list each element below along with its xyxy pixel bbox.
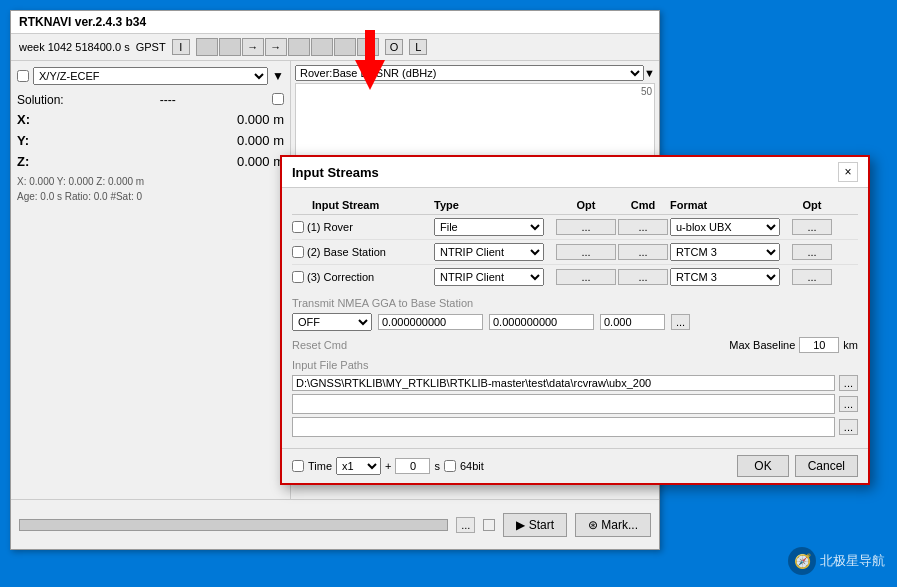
correction-type-select[interactable]: NTRIP Client xyxy=(434,268,544,286)
base-type-select[interactable]: NTRIP Client xyxy=(434,243,544,261)
filepath-input-3[interactable] xyxy=(292,417,835,437)
watermark-icon: 🧭 xyxy=(788,547,816,575)
col-header-input-stream: Input Stream xyxy=(292,199,432,211)
stream-buttons: → → xyxy=(196,38,379,56)
correction-format-select[interactable]: RTCM 3 xyxy=(670,268,780,286)
stream-btn-1[interactable] xyxy=(196,38,218,56)
rover-label-cell: (1) Rover xyxy=(292,221,432,233)
coord-dropdown-row: X/Y/Z-ECEF ▼ xyxy=(17,67,284,85)
rover-type-select[interactable]: File xyxy=(434,218,544,236)
nmea-select[interactable]: OFF xyxy=(292,313,372,331)
rover-format-select[interactable]: u-blox UBX xyxy=(670,218,780,236)
graph-header: Rover:Base L5 SNR (dBHz) ▼ xyxy=(295,65,655,81)
base-opt-btn[interactable]: ... xyxy=(556,244,616,260)
correction-opt-btn[interactable]: ... xyxy=(556,269,616,285)
start-button[interactable]: ▶ Start xyxy=(503,513,567,537)
base-opt2-btn[interactable]: ... xyxy=(792,244,832,260)
z-value: 0.000 m xyxy=(237,154,284,169)
nmea-alt-input[interactable] xyxy=(600,314,665,330)
i-button[interactable]: I xyxy=(172,39,190,55)
time-offset-input[interactable] xyxy=(395,458,430,474)
filepath-input-1[interactable] xyxy=(292,375,835,391)
age-info: Age: 0.0 s Ratio: 0.0 #Sat: 0 xyxy=(17,191,284,202)
max-baseline-input[interactable] xyxy=(799,337,839,353)
rtknavi-toolbar: week 1042 518400.0 s GPST I → → O L xyxy=(11,34,659,61)
empty-filepath-row-3: ... xyxy=(292,417,858,437)
max-baseline-label: Max Baseline xyxy=(729,339,795,351)
x-row: X: 0.000 m xyxy=(17,109,284,130)
solution-checkbox[interactable] xyxy=(272,93,284,105)
rover-checkbox[interactable] xyxy=(292,221,304,233)
empty-filepath-row-2: ... xyxy=(292,394,858,414)
graph-title-select[interactable]: Rover:Base L5 SNR (dBHz) xyxy=(295,65,644,81)
base-checkbox[interactable] xyxy=(292,246,304,258)
x-value: 0.000 m xyxy=(237,112,284,127)
ok-button[interactable]: OK xyxy=(737,455,788,477)
stream-arrow-1[interactable]: → xyxy=(242,38,264,56)
reset-section: Reset Cmd Max Baseline km xyxy=(292,337,858,353)
time-label: week 1042 518400.0 s xyxy=(19,41,130,53)
z-label: Z: xyxy=(17,154,29,169)
dialog-footer: Time x1 + s 64bit OK Cancel xyxy=(282,448,868,483)
watermark: 🧭 北极星导航 xyxy=(788,547,885,575)
filepath-label: Input File Paths xyxy=(292,359,858,371)
base-format-select[interactable]: RTCM 3 xyxy=(670,243,780,261)
stream-btn-3[interactable] xyxy=(288,38,310,56)
progress-bar xyxy=(19,519,448,531)
filepath-dots-btn-3[interactable]: ... xyxy=(839,419,858,435)
y-value: 0.000 m xyxy=(237,133,284,148)
rover-label: (1) Rover xyxy=(307,221,353,233)
nmea-lat-input[interactable] xyxy=(378,314,483,330)
rover-opt-btn[interactable]: ... xyxy=(556,219,616,235)
correction-label: (3) Correction xyxy=(307,271,374,283)
correction-cmd-btn[interactable]: ... xyxy=(618,269,668,285)
cancel-button[interactable]: Cancel xyxy=(795,455,858,477)
time-checkbox[interactable] xyxy=(292,460,304,472)
rtknavi-titlebar: RTKNAVI ver.2.4.3 b34 xyxy=(11,11,659,34)
stream-btn-4[interactable] xyxy=(311,38,333,56)
time-rate-select[interactable]: x1 xyxy=(336,457,381,475)
filepath-dots-btn-2[interactable]: ... xyxy=(839,396,858,412)
solution-value: ---- xyxy=(160,93,176,107)
input-streams-dialog: Input Streams × Input Stream Type Opt Cm… xyxy=(280,155,870,485)
stream-btn-2[interactable] xyxy=(219,38,241,56)
solution-row: Solution: ---- xyxy=(17,91,284,109)
bit64-label: 64bit xyxy=(460,460,484,472)
plus-label: + xyxy=(385,460,391,472)
rover-cmd-btn[interactable]: ... xyxy=(618,219,668,235)
mark-button[interactable]: ⊛ Mark... xyxy=(575,513,651,537)
table-row: (1) Rover File ... ... u-blox UBX ... xyxy=(292,215,858,239)
nmea-lon-input[interactable] xyxy=(489,314,594,330)
base-cmd-btn[interactable]: ... xyxy=(618,244,668,260)
l-button[interactable]: L xyxy=(409,39,427,55)
col-header-cmd: Cmd xyxy=(618,199,668,211)
s-label: s xyxy=(434,460,440,472)
y-label: Y: xyxy=(17,133,29,148)
nmea-dots-btn[interactable]: ... xyxy=(671,314,690,330)
stream-arrow-2[interactable]: → xyxy=(265,38,287,56)
stream-btn-6[interactable] xyxy=(357,38,379,56)
correction-opt2-btn[interactable]: ... xyxy=(792,269,832,285)
correction-checkbox[interactable] xyxy=(292,271,304,283)
time-checkbox-row: Time x1 + s 64bit xyxy=(292,457,731,475)
o-button[interactable]: O xyxy=(385,39,404,55)
stream-btn-5[interactable] xyxy=(334,38,356,56)
filepath-input-2[interactable] xyxy=(292,394,835,414)
x-label: X: xyxy=(17,112,30,127)
watermark-text: 北极星导航 xyxy=(820,552,885,570)
reset-cmd-label: Reset Cmd xyxy=(292,339,347,351)
km-label: km xyxy=(843,339,858,351)
coord-system-select[interactable]: X/Y/Z-ECEF xyxy=(33,67,268,85)
dialog-content: Input Stream Type Opt Cmd Format Opt (1)… xyxy=(282,188,868,448)
graph-max-label: 50 xyxy=(641,86,652,97)
correction-label-cell: (3) Correction xyxy=(292,271,432,283)
rtknavi-bottom-bar: ... ▶ Start ⊛ Mark... xyxy=(11,499,659,549)
nmea-section-label: Transmit NMEA GGA to Base Station xyxy=(292,297,858,309)
rover-opt2-btn[interactable]: ... xyxy=(792,219,832,235)
filepath-dots-btn-1[interactable]: ... xyxy=(839,375,858,391)
dialog-close-button[interactable]: × xyxy=(838,162,858,182)
progress-dots-btn[interactable]: ... xyxy=(456,517,475,533)
dialog-title: Input Streams xyxy=(292,165,379,180)
coord-checkbox[interactable] xyxy=(17,70,29,82)
bit64-checkbox[interactable] xyxy=(444,460,456,472)
